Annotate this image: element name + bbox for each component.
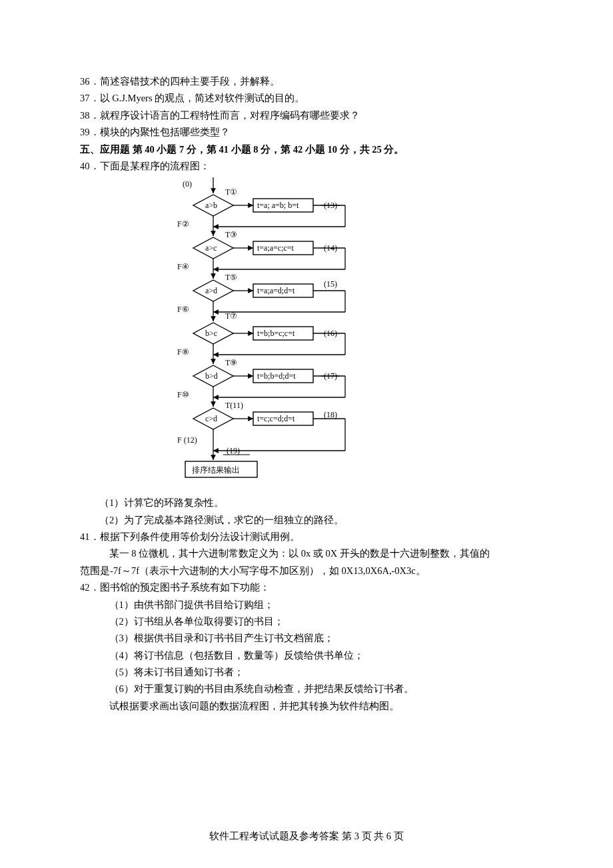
question-40-1: （1）计算它的环路复杂性。: [80, 495, 533, 511]
question-36: 36．简述容错技术的四种主要手段，并解释。: [80, 73, 533, 90]
question-41-body1: 某一 8 位微机，其十六进制常数定义为：以 0x 或 0X 开头的数是十六进制整…: [80, 545, 533, 562]
question-42-6: （6）对于重复订购的书目由系统自动检查，并把结果反馈给订书者。: [80, 681, 533, 697]
flow-d11: c>d: [205, 414, 217, 423]
question-42-5: （5）将未订书目通知订书者；: [80, 664, 533, 681]
question-42-4: （4）将订书信息（包括数目，数量等）反馈给供书单位；: [80, 647, 533, 664]
flow-d3: a>c: [205, 243, 217, 253]
page-footer: 软件工程考试试题及参考答案 第 3 页 共 6 页: [0, 828, 613, 845]
flow-f9-label: F⑩: [177, 390, 189, 399]
flow-r7: t=b;b=c;c=t: [257, 329, 295, 338]
page-container: 36．简述容错技术的四种主要手段，并解释。 37．以 G.J.Myers 的观点…: [0, 0, 613, 868]
flow-f5-label: F⑥: [177, 305, 189, 314]
flow-t3-label: T③: [225, 230, 237, 239]
question-41-body2: 范围是-7f～7f（表示十六进制的大小写字母不加区别），如 0X13,0X6A,…: [80, 563, 533, 579]
question-42-2: （2）订书组从各单位取得要订的书目；: [80, 613, 533, 630]
flow-r1: t=a; a=b; b=t: [257, 201, 299, 210]
flow-f7-label: F⑧: [177, 347, 189, 357]
question-42-1: （1）由供书部门提供书目给订购组；: [80, 597, 533, 613]
question-42-end: 试根据要求画出该问题的数据流程图，并把其转换为软件结构图。: [80, 698, 533, 715]
flow-output: 排序结果输出: [192, 465, 240, 475]
flow-r9: t=b;b=d;d=t: [257, 371, 296, 381]
flow-f3-label: F④: [177, 262, 189, 271]
flow-f11-label: F (12): [177, 435, 197, 445]
section-5-heading: 五、应用题 第 40 小题 7 分，第 41 小题 8 分，第 42 小题 10…: [80, 141, 533, 158]
content-block: 36．简述容错技术的四种主要手段，并解释。 37．以 G.J.Myers 的观点…: [80, 73, 533, 715]
question-41-intro: 41．根据下列条件使用等价划分法设计测试用例。: [80, 529, 533, 545]
question-40-2: （2）为了完成基本路径测试，求它的一组独立的路径。: [80, 512, 533, 529]
flow-t1-label: T①: [225, 187, 237, 197]
flow-d7: b>c: [205, 329, 217, 338]
flow-e5: (15): [324, 279, 337, 289]
flow-r3: t=a;a=c;c=t: [257, 243, 295, 253]
flow-start-label: (0): [183, 179, 192, 189]
question-42-3: （3）根据供书目录和订书书目产生订书文档留底；: [80, 630, 533, 647]
flowchart-container: (0) T① a>b t=a; a=b; b=t (13) F②: [80, 177, 613, 491]
flow-d1: a>b: [205, 201, 217, 210]
flow-t7-label: T⑦: [225, 311, 237, 321]
question-42-intro: 42．图书馆的预定图书子系统有如下功能：: [80, 579, 533, 596]
flow-r5: t=a;a=d;d=t: [257, 286, 295, 295]
flow-t11-label: T(11): [225, 401, 243, 410]
question-39: 39．模块的内聚性包括哪些类型？: [80, 124, 533, 141]
flow-t5-label: T⑤: [225, 273, 237, 282]
flow-r11: t=c;c=d;d=t: [257, 414, 295, 423]
flow-d5: a>d: [205, 286, 217, 295]
flow-d9: b>d: [205, 371, 218, 381]
flow-f1-label: F②: [177, 219, 189, 229]
flowchart-svg: (0) T① a>b t=a; a=b; b=t (13) F②: [173, 177, 353, 491]
flow-e11: (18): [324, 410, 337, 419]
question-37: 37．以 G.J.Myers 的观点，简述对软件测试的目的。: [80, 90, 533, 107]
question-38: 38．就程序设计语言的工程特性而言，对程序编码有哪些要求？: [80, 107, 533, 124]
question-40-intro: 40．下面是某程序的流程图：: [80, 158, 533, 175]
flow-t9-label: T⑨: [225, 358, 237, 367]
footer-text: 软件工程考试试题及参考答案 第 3 页 共 6 页: [209, 831, 403, 841]
